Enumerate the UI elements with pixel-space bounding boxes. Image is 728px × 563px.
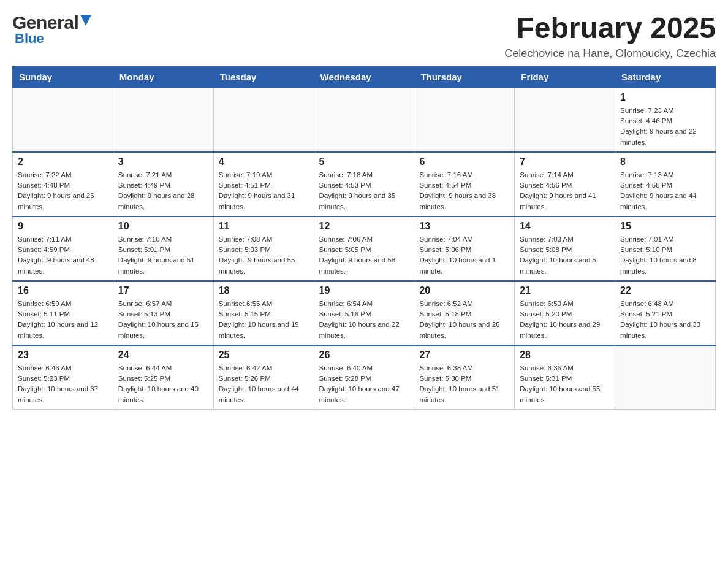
sunset-text: Sunset: 4:53 PM xyxy=(319,182,371,189)
table-row: 24Sunrise: 6:44 AMSunset: 5:25 PMDayligh… xyxy=(113,345,213,410)
table-row: 9Sunrise: 7:11 AMSunset: 4:59 PMDaylight… xyxy=(13,216,113,281)
day-number: 9 xyxy=(18,221,108,232)
daylight-text: Daylight: 9 hours and 31 minutes. xyxy=(219,192,295,210)
table-row: 8Sunrise: 7:13 AMSunset: 4:58 PMDaylight… xyxy=(615,152,716,216)
day-number: 20 xyxy=(419,285,509,296)
sunset-text: Sunset: 5:01 PM xyxy=(118,246,170,253)
sunset-text: Sunset: 5:03 PM xyxy=(219,246,271,253)
day-number: 27 xyxy=(419,350,509,361)
sunrise-text: Sunrise: 7:22 AM xyxy=(18,171,72,178)
sunset-text: Sunset: 5:10 PM xyxy=(620,246,672,253)
col-saturday: Saturday xyxy=(615,66,716,88)
daylight-text: Daylight: 10 hours and 19 minutes. xyxy=(219,321,299,339)
sunset-text: Sunset: 5:26 PM xyxy=(219,375,271,382)
col-monday: Monday xyxy=(113,66,213,88)
sunrise-text: Sunrise: 7:16 AM xyxy=(419,171,473,178)
daylight-text: Daylight: 10 hours and 51 minutes. xyxy=(419,385,499,403)
day-info: Sunrise: 7:08 AMSunset: 5:03 PMDaylight:… xyxy=(219,234,309,277)
table-row: 23Sunrise: 6:46 AMSunset: 5:23 PMDayligh… xyxy=(13,345,113,410)
sunset-text: Sunset: 5:13 PM xyxy=(118,310,170,318)
daylight-text: Daylight: 9 hours and 51 minutes. xyxy=(118,256,195,274)
daylight-text: Daylight: 10 hours and 15 minutes. xyxy=(118,321,199,339)
sunset-text: Sunset: 5:23 PM xyxy=(18,375,70,382)
sunrise-text: Sunrise: 7:23 AM xyxy=(620,107,674,114)
sunset-text: Sunset: 4:59 PM xyxy=(18,246,70,253)
day-number: 25 xyxy=(219,350,309,361)
logo-image: General xyxy=(12,12,91,33)
daylight-text: Daylight: 9 hours and 22 minutes. xyxy=(620,128,697,145)
table-row xyxy=(213,88,314,152)
day-info: Sunrise: 6:40 AMSunset: 5:28 PMDaylight:… xyxy=(319,363,409,405)
day-info: Sunrise: 6:50 AMSunset: 5:20 PMDaylight:… xyxy=(520,299,610,341)
svg-marker-0 xyxy=(80,15,91,26)
day-number: 17 xyxy=(118,285,208,296)
day-info: Sunrise: 7:13 AMSunset: 4:58 PMDaylight:… xyxy=(620,170,710,212)
table-row: 18Sunrise: 6:55 AMSunset: 5:15 PMDayligh… xyxy=(213,281,314,345)
daylight-text: Daylight: 10 hours and 55 minutes. xyxy=(520,385,600,403)
logo: General Blue xyxy=(12,12,91,47)
table-row: 4Sunrise: 7:19 AMSunset: 4:51 PMDaylight… xyxy=(213,152,314,216)
daylight-text: Daylight: 9 hours and 35 minutes. xyxy=(319,192,396,210)
calendar-header-row: Sunday Monday Tuesday Wednesday Thursday… xyxy=(13,66,716,88)
sunset-text: Sunset: 4:56 PM xyxy=(520,182,572,189)
sunrise-text: Sunrise: 7:19 AM xyxy=(219,171,273,178)
sunrise-text: Sunrise: 6:38 AM xyxy=(419,364,473,372)
sunrise-text: Sunrise: 6:48 AM xyxy=(620,300,674,307)
daylight-text: Daylight: 9 hours and 38 minutes. xyxy=(419,192,496,210)
daylight-text: Daylight: 10 hours and 47 minutes. xyxy=(319,385,400,403)
sunrise-text: Sunrise: 6:55 AM xyxy=(219,300,273,307)
daylight-text: Daylight: 10 hours and 8 minutes. xyxy=(620,256,697,274)
table-row: 15Sunrise: 7:01 AMSunset: 5:10 PMDayligh… xyxy=(615,216,716,281)
day-number: 15 xyxy=(620,221,710,232)
col-tuesday: Tuesday xyxy=(213,66,314,88)
daylight-text: Daylight: 9 hours and 25 minutes. xyxy=(18,192,94,210)
table-row: 5Sunrise: 7:18 AMSunset: 4:53 PMDaylight… xyxy=(314,152,414,216)
day-info: Sunrise: 7:21 AMSunset: 4:49 PMDaylight:… xyxy=(118,170,208,212)
calendar-week-row: 1Sunrise: 7:23 AMSunset: 4:46 PMDaylight… xyxy=(13,88,716,152)
col-wednesday: Wednesday xyxy=(314,66,414,88)
page-header: General Blue February 2025 Celechovice n… xyxy=(12,12,716,60)
table-row: 16Sunrise: 6:59 AMSunset: 5:11 PMDayligh… xyxy=(13,281,113,345)
daylight-text: Daylight: 9 hours and 55 minutes. xyxy=(219,256,295,274)
sunset-text: Sunset: 5:31 PM xyxy=(520,375,572,382)
day-number: 11 xyxy=(219,221,309,232)
day-number: 2 xyxy=(18,156,108,167)
daylight-text: Daylight: 10 hours and 12 minutes. xyxy=(18,321,98,339)
sunset-text: Sunset: 5:28 PM xyxy=(319,375,371,382)
day-info: Sunrise: 6:36 AMSunset: 5:31 PMDaylight:… xyxy=(520,363,610,405)
sunset-text: Sunset: 4:58 PM xyxy=(620,182,672,189)
day-info: Sunrise: 7:11 AMSunset: 4:59 PMDaylight:… xyxy=(18,234,108,277)
day-info: Sunrise: 7:06 AMSunset: 5:05 PMDaylight:… xyxy=(319,234,409,277)
day-info: Sunrise: 7:23 AMSunset: 4:46 PMDaylight:… xyxy=(620,105,710,148)
day-number: 22 xyxy=(620,285,710,296)
day-number: 10 xyxy=(118,221,208,232)
table-row: 6Sunrise: 7:16 AMSunset: 4:54 PMDaylight… xyxy=(414,152,515,216)
table-row xyxy=(113,88,213,152)
day-info: Sunrise: 6:59 AMSunset: 5:11 PMDaylight:… xyxy=(18,299,108,341)
day-info: Sunrise: 6:52 AMSunset: 5:18 PMDaylight:… xyxy=(419,299,509,341)
day-number: 1 xyxy=(620,92,710,103)
sunset-text: Sunset: 5:30 PM xyxy=(419,375,471,382)
table-row: 28Sunrise: 6:36 AMSunset: 5:31 PMDayligh… xyxy=(515,345,615,410)
daylight-text: Daylight: 10 hours and 5 minutes. xyxy=(520,256,596,274)
day-number: 18 xyxy=(219,285,309,296)
daylight-text: Daylight: 10 hours and 22 minutes. xyxy=(319,321,400,339)
day-info: Sunrise: 7:04 AMSunset: 5:06 PMDaylight:… xyxy=(419,234,509,277)
day-number: 24 xyxy=(118,350,208,361)
daylight-text: Daylight: 10 hours and 1 minute. xyxy=(419,256,496,274)
day-info: Sunrise: 7:14 AMSunset: 4:56 PMDaylight:… xyxy=(520,170,610,212)
day-info: Sunrise: 6:55 AMSunset: 5:15 PMDaylight:… xyxy=(219,299,309,341)
sunrise-text: Sunrise: 6:57 AM xyxy=(118,300,172,307)
sunset-text: Sunset: 5:11 PM xyxy=(18,310,70,318)
daylight-text: Daylight: 10 hours and 29 minutes. xyxy=(520,321,600,339)
title-block: February 2025 Celechovice na Hane, Olomo… xyxy=(504,12,716,60)
day-info: Sunrise: 7:10 AMSunset: 5:01 PMDaylight:… xyxy=(118,234,208,277)
day-number: 4 xyxy=(219,156,309,167)
sunset-text: Sunset: 4:46 PM xyxy=(620,117,672,124)
day-number: 19 xyxy=(319,285,409,296)
calendar-week-row: 2Sunrise: 7:22 AMSunset: 4:48 PMDaylight… xyxy=(13,152,716,216)
daylight-text: Daylight: 9 hours and 41 minutes. xyxy=(520,192,596,210)
calendar-week-row: 23Sunrise: 6:46 AMSunset: 5:23 PMDayligh… xyxy=(13,345,716,410)
table-row: 25Sunrise: 6:42 AMSunset: 5:26 PMDayligh… xyxy=(213,345,314,410)
sunrise-text: Sunrise: 6:54 AM xyxy=(319,300,373,307)
